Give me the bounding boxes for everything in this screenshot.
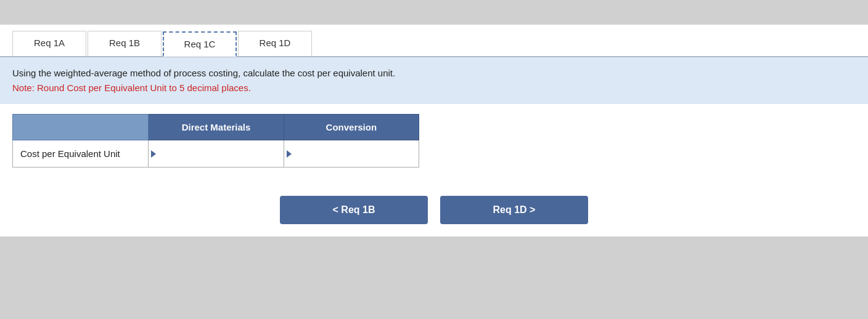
main-container: Req 1A Req 1B Req 1C Req 1D Using the we…	[0, 25, 868, 236]
direct-materials-input[interactable]	[158, 146, 280, 161]
direct-materials-cell	[149, 140, 284, 168]
nav-buttons: < Req 1B Req 1D >	[0, 184, 868, 236]
triangle-marker-direct	[151, 150, 156, 158]
table-empty-header	[13, 115, 149, 140]
tabs-row: Req 1A Req 1B Req 1C Req 1D	[0, 25, 868, 57]
cost-table: Direct Materials Conversion Cost per Equ…	[12, 114, 419, 168]
tab-req1a[interactable]: Req 1A	[12, 31, 86, 56]
triangle-marker-conversion	[287, 150, 292, 158]
instruction-main-text: Using the weighted-average method of pro…	[12, 68, 395, 78]
tab-req1c[interactable]: Req 1C	[163, 31, 237, 57]
table-area: Direct Materials Conversion Cost per Equ…	[0, 104, 868, 177]
conversion-cell	[284, 140, 419, 168]
next-button[interactable]: Req 1D >	[440, 196, 588, 224]
table-header-direct-materials: Direct Materials	[149, 115, 284, 140]
conversion-input[interactable]	[294, 146, 416, 161]
tab-req1d[interactable]: Req 1D	[238, 31, 312, 56]
tab-req1b[interactable]: Req 1B	[88, 31, 162, 56]
instruction-box: Using the weighted-average method of pro…	[0, 57, 868, 104]
prev-button[interactable]: < Req 1B	[280, 196, 428, 224]
table-row: Cost per Equivalent Unit	[13, 140, 419, 168]
instruction-note-text: Note: Round Cost per Equivalent Unit to …	[12, 83, 251, 93]
top-bar	[0, 0, 868, 25]
table-header-conversion: Conversion	[284, 115, 419, 140]
row-label: Cost per Equivalent Unit	[13, 140, 149, 168]
